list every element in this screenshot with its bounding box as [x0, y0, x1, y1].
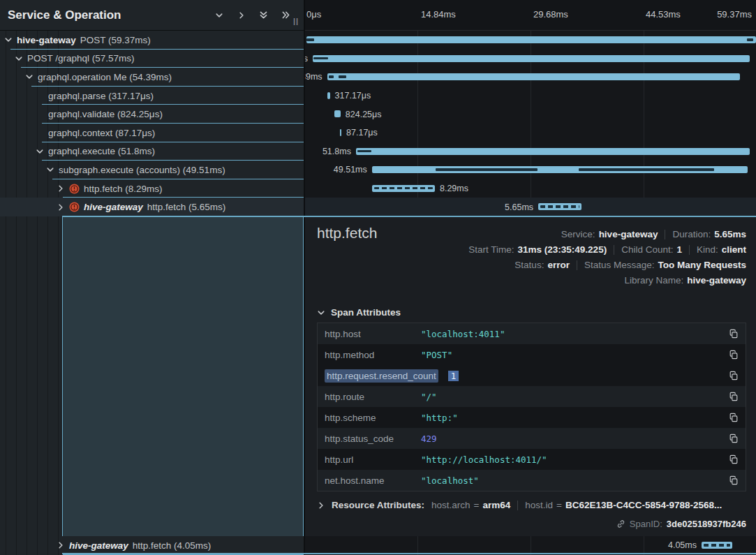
timeline-row[interactable]: 59.37ms — [305, 31, 756, 50]
span-bar[interactable] — [334, 110, 341, 117]
tree-row[interactable]: hive-gatewayPOST (59.37ms) — [0, 31, 304, 50]
expander-spacer — [36, 110, 44, 119]
attr-key: http.method — [318, 350, 421, 360]
tree-row[interactable]: http.fetch (8.29ms) — [0, 179, 304, 198]
attr-row[interactable]: http.method"POST" — [318, 344, 746, 365]
copy-button[interactable] — [729, 392, 739, 401]
span-bar[interactable] — [372, 185, 435, 192]
chevron-right-icon[interactable] — [57, 184, 65, 193]
attr-row[interactable]: http.url"http://localhost:4011/" — [318, 449, 746, 470]
attr-row[interactable]: http.route"/" — [318, 386, 746, 407]
chevron-down-icon[interactable] — [36, 147, 44, 156]
span-label: http.fetch (8.29ms) — [84, 184, 163, 194]
chevron-down-icon[interactable] — [4, 36, 13, 44]
meta-label: Start Time: — [468, 242, 514, 258]
collapse-one-button[interactable] — [211, 7, 227, 23]
timeline-row[interactable]: 5.65ms — [305, 198, 756, 216]
timeline-row[interactable]: 8.29ms — [305, 179, 756, 198]
span-label: graphql.parse (317.17μs) — [48, 91, 154, 101]
attr-value: "POST" — [421, 350, 729, 360]
timeline-row[interactable]: 57.57ms — [305, 50, 756, 68]
span-bar-label: 51.8ms — [323, 147, 351, 156]
expand-all-button[interactable] — [278, 7, 294, 23]
error-icon — [69, 202, 80, 212]
span-bar[interactable] — [306, 36, 756, 43]
span-label: graphql.operation Me (54.39ms) — [38, 72, 172, 82]
timeline-row[interactable]: 317.17μs — [305, 87, 756, 105]
span-bar-label: 4.05ms — [668, 540, 697, 550]
span-bar[interactable] — [313, 55, 750, 62]
span-bar[interactable] — [538, 203, 581, 210]
tree-row[interactable]: graphql.operation Me (54.39ms) — [0, 68, 304, 87]
meta-separator — [614, 245, 614, 255]
timeline-row[interactable]: 54.39ms — [305, 68, 756, 87]
attr-key: http.url — [318, 454, 421, 465]
panel-resize-handle[interactable]: || — [293, 17, 299, 25]
span-bar-label: 5.65ms — [505, 202, 533, 212]
tree-row[interactable]: POST /graphql (57.57ms) — [0, 50, 304, 68]
copy-button[interactable] — [729, 475, 739, 485]
resource-attributes-row[interactable]: Resource Attributes: host.arch=arm64host… — [317, 500, 722, 510]
tick-label: 59.37ms — [717, 9, 752, 20]
tree-row[interactable]: hive-gatewayhttp.fetch (5.65ms) — [0, 198, 304, 216]
timeline-row[interactable]: 824.25μs — [305, 105, 756, 124]
span-attributes-table: http.host"localhost:4011"http.method"POS… — [317, 323, 746, 491]
attr-row[interactable]: http.request.resend_count1 — [318, 365, 746, 386]
attr-row[interactable]: net.host.name"localhost" — [318, 470, 746, 491]
span-attributes-header[interactable]: Span Attributes — [317, 307, 401, 318]
span-bar[interactable] — [327, 92, 329, 99]
span-bar[interactable] — [327, 73, 741, 80]
chevron-down-icon[interactable] — [25, 73, 34, 81]
copy-button[interactable] — [729, 350, 739, 360]
left-toolbar — [211, 7, 304, 23]
chevron-right-icon — [237, 11, 246, 20]
copy-button[interactable] — [729, 329, 739, 339]
meta-separator — [665, 230, 665, 239]
tree-row[interactable]: graphql.validate (824.25μs) — [0, 105, 304, 124]
timeline-row[interactable]: 4.05ms — [305, 536, 756, 555]
span-bar-label: 824.25μs — [346, 110, 382, 119]
left-panel-header: Service & Operation — [0, 0, 304, 31]
tree-row[interactable]: hive-gatewayhttp.fetch (4.05ms) — [0, 536, 304, 555]
attr-row[interactable]: http.host"localhost:4011" — [318, 323, 746, 344]
attr-row[interactable]: http.scheme"http:" — [318, 407, 746, 428]
double-chevron-down-icon — [259, 10, 268, 20]
span-id-value: 3de02518937fb246 — [667, 519, 746, 529]
chevron-down-icon[interactable] — [15, 54, 23, 63]
child-span-segment — [313, 57, 328, 60]
double-chevron-right-icon — [281, 10, 290, 20]
tree-row[interactable]: graphql.execute (51.8ms) — [0, 142, 304, 161]
tree-row[interactable]: graphql.context (87.17μs) — [0, 124, 304, 142]
tree-row[interactable]: subgraph.execute (accounts) (49.51ms) — [0, 161, 304, 179]
link-icon[interactable] — [616, 519, 625, 528]
span-bar[interactable] — [372, 166, 748, 173]
child-span-segment — [357, 150, 371, 153]
resource-separator — [517, 501, 518, 510]
span-meta: Service:hive-gatewayDuration:5.65msStart… — [468, 227, 746, 288]
copy-button[interactable] — [729, 454, 739, 464]
timeline-row[interactable]: 87.17μs — [305, 124, 756, 142]
chevron-down-icon[interactable] — [46, 165, 54, 174]
copy-button[interactable] — [729, 434, 739, 443]
meta-value: hive-gateway — [687, 273, 746, 288]
span-bar[interactable] — [356, 148, 750, 155]
span-bar[interactable] — [340, 129, 341, 136]
chevron-right-icon[interactable] — [57, 203, 65, 212]
span-bar[interactable] — [702, 542, 732, 549]
tick-label: 29.68ms — [533, 9, 568, 20]
attr-value: "localhost" — [421, 475, 729, 486]
collapse-all-button[interactable] — [255, 7, 272, 23]
trace-viewer: hive-gatewayPOST (59.37ms)POST /graphql … — [0, 0, 756, 555]
timeline-row[interactable]: 49.51ms — [305, 161, 756, 179]
attr-key: http.request.resend_count — [318, 371, 448, 381]
attr-row[interactable]: http.status_code429 — [318, 428, 746, 449]
timeline-header: 0μs14.84ms29.68ms44.53ms59.37ms — [305, 0, 756, 31]
expand-one-button[interactable] — [233, 7, 249, 23]
meta-label: Duration: — [672, 227, 711, 242]
chevron-right-icon[interactable] — [57, 541, 65, 549]
child-span-segment — [306, 38, 314, 41]
timeline-row[interactable]: 51.8ms — [305, 142, 756, 161]
tree-row[interactable]: graphql.parse (317.17μs) — [0, 87, 304, 105]
copy-button[interactable] — [729, 413, 739, 422]
copy-button[interactable] — [729, 371, 739, 380]
